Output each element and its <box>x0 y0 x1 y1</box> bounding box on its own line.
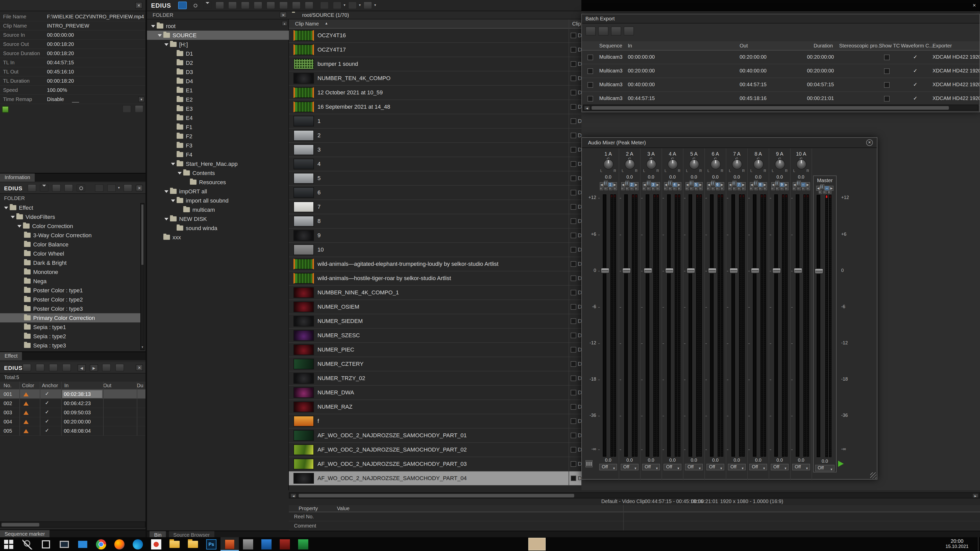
clip-name-column-header[interactable]: Clip Name <box>295 21 319 27</box>
clip-row[interactable]: 6 De <box>289 186 581 200</box>
up-triangle-icon[interactable] <box>40 184 48 192</box>
batch-export-row[interactable]: Multicam3 00:44:57:15 00:45:18:16 00:00:… <box>582 92 980 106</box>
property-row[interactable]: Comment <box>289 521 980 530</box>
fader-mode-dropdown[interactable]: Off▼ <box>685 464 703 470</box>
mini-button-icon[interactable] <box>728 187 732 190</box>
clip-checkbox[interactable] <box>571 190 576 195</box>
fader-handle[interactable] <box>622 268 631 273</box>
grid-view-icon[interactable] <box>107 184 116 192</box>
batch-hscrollbar[interactable]: ◀ <box>583 105 978 111</box>
fader-handle[interactable] <box>815 268 823 274</box>
marker-row[interactable]: 004 ✓ 00:20:00:00 <box>0 417 145 427</box>
anchor-check-icon[interactable]: ✓ <box>45 409 49 415</box>
start-button[interactable] <box>0 537 18 551</box>
channel-number-button[interactable]: 8 <box>758 182 763 187</box>
scroll-right-icon[interactable]: ▶ <box>972 493 978 498</box>
comment-icon[interactable] <box>62 364 71 372</box>
pan-knob[interactable] <box>732 159 742 169</box>
next-channel-icon[interactable]: ▶ <box>806 182 810 187</box>
marker-row[interactable]: 005 ✓ 00:48:08:04 <box>0 427 145 436</box>
channel-number-button[interactable]: – <box>800 182 806 187</box>
mini-button-icon[interactable] <box>776 187 779 190</box>
fader-mode-dropdown[interactable]: Off▼ <box>771 464 789 470</box>
prev-channel-icon[interactable]: ◀ <box>621 182 625 187</box>
marker-hscrollbar[interactable] <box>0 521 145 527</box>
clip-checkbox[interactable] <box>571 133 576 138</box>
mini-button-icon[interactable] <box>625 187 629 190</box>
fader-track[interactable] <box>774 194 778 457</box>
next-channel-icon[interactable]: ▶ <box>655 182 660 187</box>
bin-tree-item[interactable]: F4 <box>147 150 289 159</box>
waveform-check-icon[interactable]: ✓ <box>913 54 918 60</box>
scrollbar-thumb[interactable] <box>592 106 949 110</box>
effect-tree-item[interactable]: Primary Color Correction <box>0 313 140 322</box>
effect-tree-item[interactable]: VideoFilters <box>0 212 140 221</box>
clip-checkbox[interactable] <box>571 33 576 38</box>
clip-checkbox[interactable] <box>571 390 576 395</box>
resize-grip[interactable] <box>870 472 877 478</box>
clip-row[interactable]: NUMER_OSIEM De <box>289 300 581 314</box>
property-row[interactable]: Reel No. <box>289 512 980 521</box>
marker-column-header[interactable]: Anchor <box>42 383 58 388</box>
anchor-check-icon[interactable]: ✓ <box>45 400 49 406</box>
clip-checkbox[interactable] <box>571 475 576 481</box>
mini-button-icon[interactable] <box>733 187 736 190</box>
lock-icon[interactable] <box>124 184 132 192</box>
mini-button-icon[interactable] <box>754 187 758 190</box>
taskbar-app-red[interactable] <box>275 537 294 551</box>
fader-mode-dropdown[interactable]: Off▼ <box>663 464 681 470</box>
taskbar-open-window[interactable] <box>528 538 546 551</box>
waveform-button-icon[interactable] <box>646 181 651 186</box>
new-folder-icon[interactable] <box>178 2 187 9</box>
detail-view-icon[interactable] <box>333 2 342 9</box>
batch-export-row[interactable]: Multicam3 00:00:00:00 00:20:00:00 00:20:… <box>582 51 980 64</box>
effect-tree-item[interactable]: Dark & Bright <box>0 258 140 267</box>
meter-settings-icon[interactable] <box>585 460 593 467</box>
prev-channel-icon[interactable]: ◀ <box>728 182 732 187</box>
clip-row[interactable]: NUMER_RAZ De <box>289 400 581 414</box>
scrollbar-thumb[interactable] <box>299 494 574 497</box>
fader-track[interactable] <box>817 195 820 457</box>
next-channel-icon[interactable]: ▶ <box>720 182 724 187</box>
mini-button-icon[interactable] <box>678 187 681 190</box>
bin-tree-item[interactable]: D2 <box>147 58 289 67</box>
scroll-left-icon[interactable]: ◀ <box>584 106 590 110</box>
pan-knob[interactable] <box>711 159 721 169</box>
prev-channel-icon[interactable]: ◀ <box>816 186 820 191</box>
add-to-batch-icon[interactable] <box>585 27 596 36</box>
clip-row[interactable]: NUMER_CZTERY De <box>289 357 581 372</box>
fader-track[interactable] <box>689 194 692 457</box>
fader-track[interactable] <box>624 194 628 457</box>
mini-button-icon[interactable] <box>828 190 831 194</box>
fader-handle[interactable] <box>708 268 717 273</box>
mini-button-icon[interactable] <box>737 187 741 190</box>
channel-number-button[interactable]: 5 <box>694 182 698 187</box>
channel-number-button[interactable]: 1 <box>608 182 613 187</box>
clip-checkbox[interactable] <box>571 275 576 281</box>
mini-button-icon[interactable] <box>759 187 762 190</box>
marker-in-timecode[interactable]: 00:48:08:04 <box>62 427 102 435</box>
scroll-left-icon[interactable]: ◀ <box>290 493 297 498</box>
marker-in-timecode[interactable]: 00:20:00:00 <box>62 418 102 426</box>
list-view-icon[interactable] <box>95 184 103 192</box>
add-marker-icon[interactable] <box>22 364 31 372</box>
chevron-down-icon[interactable] <box>164 190 169 192</box>
next-marker-icon[interactable]: ▶ <box>90 364 98 372</box>
bin-tree-item[interactable]: F3 <box>147 141 289 150</box>
fader-track[interactable] <box>753 194 756 457</box>
clip-row[interactable]: 4 De <box>289 157 581 171</box>
mini-button-icon[interactable] <box>785 187 788 190</box>
marker-in-timecode[interactable]: 00:06:42:23 <box>62 400 102 407</box>
effect-tree-item[interactable]: Color Balance <box>0 240 140 249</box>
batch-export-titlebar[interactable]: Batch Export <box>582 14 980 24</box>
chevron-down-icon[interactable] <box>164 43 169 46</box>
clip-checkbox[interactable] <box>571 447 576 453</box>
mini-button-icon[interactable] <box>685 187 689 190</box>
clip-checkbox[interactable] <box>571 90 576 95</box>
export-marker-icon[interactable] <box>115 364 124 372</box>
pan-knob[interactable] <box>689 159 699 169</box>
close-icon[interactable]: × <box>866 139 873 146</box>
batch-export-row[interactable]: Multicam3 00:20:00:00 00:40:00:00 00:20:… <box>582 64 980 78</box>
bin-tree-item[interactable]: F2 <box>147 132 289 141</box>
clip-checkbox[interactable] <box>571 104 576 110</box>
